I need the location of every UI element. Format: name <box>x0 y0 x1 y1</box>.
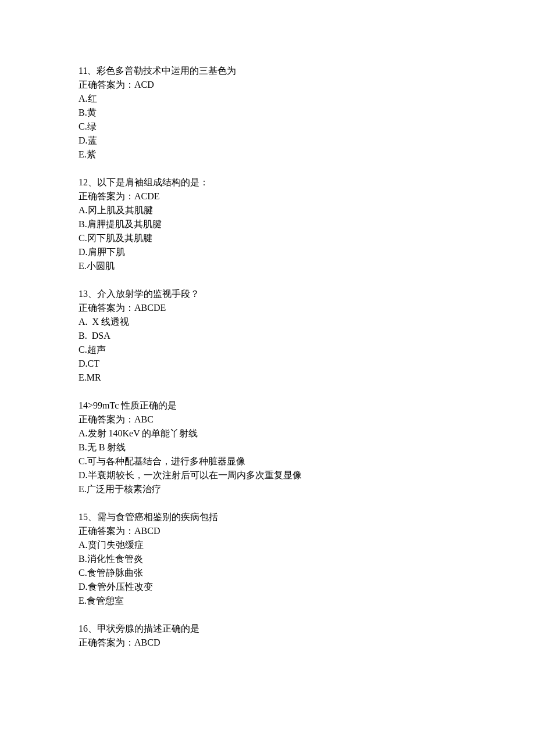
question-block: 15、需与食管癌相鉴别的疾病包括正确答案为：ABCDA.贲门失弛缓症B.消化性食… <box>79 510 456 608</box>
option-line: B.消化性食管炎 <box>79 552 456 566</box>
question-stem: 12、以下是肩袖组成结构的是： <box>79 175 456 189</box>
answer-line: 正确答案为：ACDE <box>79 189 456 203</box>
option-line: D.蓝 <box>79 134 456 148</box>
option-line: C.冈下肌及其肌腱 <box>79 231 456 245</box>
question-number: 11、 <box>79 66 97 76</box>
answer-line: 正确答案为：ABCD <box>79 636 456 650</box>
option-line: D.肩胛下肌 <box>79 245 456 259</box>
answer-line: 正确答案为：ABCDE <box>79 301 456 315</box>
question-stem: 14>99mTc 性质正确的是 <box>79 399 456 413</box>
answer-value: ACDE <box>134 191 160 201</box>
option-line: C.可与各种配基结合，进行多种脏器显像 <box>79 454 456 468</box>
answer-label: 正确答案为： <box>79 637 134 647</box>
question-number: 16、 <box>79 624 97 633</box>
question-number: 12、 <box>79 177 97 187</box>
option-line: E.食管憩室 <box>79 594 456 608</box>
question-block: 16、甲状旁腺的描述正确的是正确答案为：ABCD <box>79 622 456 650</box>
question-stem: 15、需与食管癌相鉴别的疾病包括 <box>79 510 456 524</box>
answer-line: 正确答案为：ABC <box>79 413 456 427</box>
document-page: 11、彩色多普勒技术中运用的三基色为正确答案为：ACDA.红B.黄C.绿D.蓝E… <box>0 0 535 756</box>
answer-value: ABC <box>134 414 154 424</box>
question-block: 13、介入放射学的监视手段？正确答案为：ABCDEA. X 线透视B. DSAC… <box>79 287 456 385</box>
option-line: E.紫 <box>79 148 456 162</box>
question-text: 99mTc 性质正确的是 <box>93 400 177 410</box>
question-text: 需与食管癌相鉴别的疾病包括 <box>97 512 218 522</box>
question-text: 介入放射学的监视手段？ <box>97 289 199 299</box>
option-line: E.小圆肌 <box>79 259 456 273</box>
answer-line: 正确答案为：ABCD <box>79 524 456 538</box>
answer-label: 正确答案为： <box>79 191 134 201</box>
option-line: E.广泛用于核素治疗 <box>79 482 456 496</box>
answer-value: ABCD <box>134 526 160 536</box>
question-block: 14>99mTc 性质正确的是正确答案为：ABCA.发射 140KeV 的单能丫… <box>79 399 456 496</box>
answer-label: 正确答案为： <box>79 303 134 313</box>
option-line: B.肩胛提肌及其肌腱 <box>79 217 456 231</box>
option-line: C.超声 <box>79 343 456 357</box>
question-text: 彩色多普勒技术中运用的三基色为 <box>97 66 236 76</box>
question-text: 甲状旁腺的描述正确的是 <box>97 624 199 633</box>
answer-label: 正确答案为： <box>79 414 134 424</box>
question-stem: 11、彩色多普勒技术中运用的三基色为 <box>79 64 456 78</box>
answer-label: 正确答案为： <box>79 526 134 536</box>
answer-line: 正确答案为：ACD <box>79 78 456 92</box>
option-line: B.无 B 射线 <box>79 440 456 454</box>
question-block: 12、以下是肩袖组成结构的是：正确答案为：ACDEA.冈上肌及其肌腱B.肩胛提肌… <box>79 175 456 273</box>
question-number: 13、 <box>79 289 97 299</box>
option-line: D.半衰期较长，一次注射后可以在一周内多次重复显像 <box>79 468 456 482</box>
answer-value: ABCD <box>134 637 160 647</box>
option-line: B.黄 <box>79 106 456 120</box>
answer-value: ACD <box>134 80 154 89</box>
question-stem: 13、介入放射学的监视手段？ <box>79 287 456 301</box>
option-line: A.冈上肌及其肌腱 <box>79 203 456 217</box>
answer-value: ABCDE <box>134 303 166 313</box>
question-number: 15、 <box>79 512 97 522</box>
option-line: A. X 线透视 <box>79 315 456 329</box>
question-text: 以下是肩袖组成结构的是： <box>97 177 209 187</box>
option-line: C.食管静脉曲张 <box>79 566 456 580</box>
option-line: B. DSA <box>79 329 456 343</box>
question-number: 14> <box>79 400 93 410</box>
option-line: A.发射 140KeV 的单能丫射线 <box>79 427 456 440</box>
question-stem: 16、甲状旁腺的描述正确的是 <box>79 622 456 636</box>
option-line: A.贲门失弛缓症 <box>79 538 456 552</box>
question-block: 11、彩色多普勒技术中运用的三基色为正确答案为：ACDA.红B.黄C.绿D.蓝E… <box>79 64 456 162</box>
option-line: C.绿 <box>79 120 456 134</box>
option-line: A.红 <box>79 92 456 106</box>
answer-label: 正确答案为： <box>79 80 134 89</box>
option-line: D.CT <box>79 357 456 371</box>
question-list: 11、彩色多普勒技术中运用的三基色为正确答案为：ACDA.红B.黄C.绿D.蓝E… <box>79 64 456 650</box>
option-line: E.MR <box>79 371 456 385</box>
option-line: D.食管外压性改变 <box>79 580 456 594</box>
